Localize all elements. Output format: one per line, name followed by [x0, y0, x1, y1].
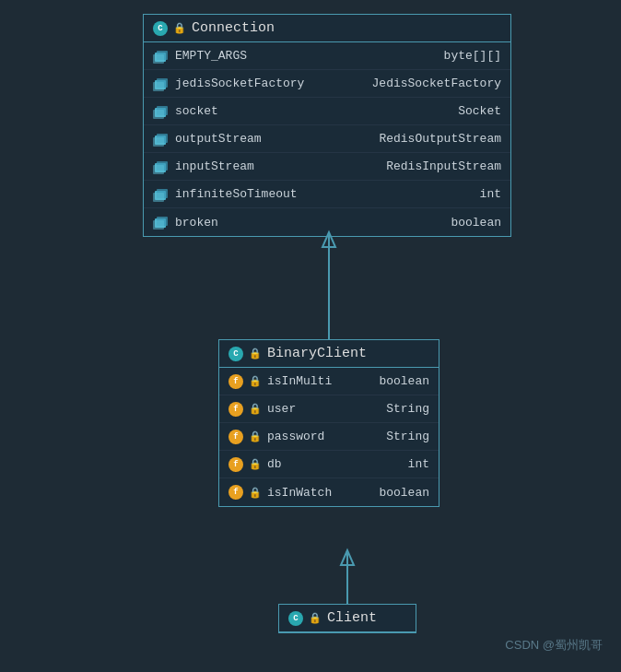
connection-lock-icon: 🔒 — [173, 22, 186, 35]
table-row: f 🔒 user String — [219, 395, 439, 423]
field-name: isInWatch — [267, 486, 373, 500]
client-class-box: C 🔒 Client — [278, 604, 416, 633]
svg-rect-8 — [153, 110, 164, 119]
field-name: EMPTY_ARGS — [175, 49, 439, 63]
field-name: broken — [175, 216, 445, 230]
field-name: socket — [175, 104, 452, 118]
table-row: f 🔒 password String — [219, 423, 439, 451]
field-icon — [153, 132, 170, 147]
field-name: infiniteSoTimeout — [175, 187, 475, 201]
client-header: C 🔒 Client — [279, 605, 416, 632]
f-icon: f — [228, 485, 243, 500]
private-lock-icon: 🔒 — [249, 430, 262, 443]
table-row: inputStream RedisInputStream — [144, 153, 510, 181]
binaryclient-header: C 🔒 BinaryClient — [219, 340, 439, 368]
connection-class-box: C 🔒 Connection EMPTY_ARGS byte[][] — [143, 14, 511, 237]
field-name: password — [267, 430, 381, 443]
binaryclient-class-name: BinaryClient — [267, 346, 367, 361]
connection-header: C 🔒 Connection — [144, 15, 510, 42]
field-name: outputStream — [175, 132, 373, 146]
client-lock-icon: 🔒 — [309, 612, 322, 625]
svg-rect-5 — [153, 82, 164, 91]
field-type: String — [386, 430, 429, 443]
field-type: JedisSocketFactory — [372, 77, 501, 90]
client-class-icon: C — [288, 611, 303, 626]
f-icon: f — [228, 402, 243, 417]
table-row: jedisSocketFactory JedisSocketFactory — [144, 70, 510, 98]
connection-class-name: Connection — [192, 20, 275, 36]
field-icon — [153, 159, 170, 174]
field-type: byte[][] — [444, 49, 501, 63]
private-lock-icon: 🔒 — [249, 458, 262, 471]
table-row: EMPTY_ARGS byte[][] — [144, 42, 510, 70]
field-icon — [153, 187, 170, 202]
field-name: user — [267, 402, 381, 416]
table-row: outputStream RedisOutputStream — [144, 125, 510, 153]
field-type: RedisInputStream — [386, 159, 501, 173]
binaryclient-class-box: C 🔒 BinaryClient f 🔒 isInMulti boolean f… — [218, 339, 439, 507]
connection-class-icon: C — [153, 21, 168, 36]
field-type: int — [480, 187, 501, 201]
svg-rect-14 — [153, 165, 164, 174]
svg-rect-11 — [153, 137, 164, 147]
field-type: String — [386, 402, 429, 416]
field-name: isInMulti — [267, 374, 373, 388]
table-row: broken boolean — [144, 208, 510, 236]
field-name: inputStream — [175, 159, 381, 173]
client-class-name: Client — [327, 610, 377, 626]
diagram-container: C 🔒 Connection EMPTY_ARGS byte[][] — [0, 0, 621, 672]
private-lock-icon: 🔒 — [249, 375, 262, 388]
field-icon — [153, 49, 170, 64]
f-icon: f — [228, 374, 243, 389]
field-name: jedisSocketFactory — [175, 77, 367, 90]
f-icon: f — [228, 430, 243, 444]
field-icon — [153, 77, 170, 91]
table-row: f 🔒 db int — [219, 451, 439, 478]
table-row: f 🔒 isInWatch boolean — [219, 478, 439, 506]
table-row: f 🔒 isInMulti boolean — [219, 368, 439, 395]
field-type: boolean — [379, 486, 429, 500]
private-lock-icon: 🔒 — [249, 403, 262, 416]
field-name: db — [267, 457, 403, 471]
binaryclient-lock-icon: 🔒 — [249, 348, 262, 360]
binaryclient-class-icon: C — [228, 347, 243, 361]
svg-rect-17 — [153, 193, 164, 202]
watermark: CSDN @蜀州凯哥 — [505, 637, 603, 654]
svg-rect-20 — [153, 220, 164, 230]
table-row: infiniteSoTimeout int — [144, 181, 510, 208]
field-type: Socket — [458, 104, 501, 118]
f-icon: f — [228, 457, 243, 472]
svg-marker-24 — [341, 550, 354, 565]
svg-rect-2 — [153, 54, 164, 64]
field-type: RedisOutputStream — [379, 132, 501, 146]
field-type: int — [408, 457, 429, 471]
table-row: socket Socket — [144, 98, 510, 125]
private-lock-icon: 🔒 — [249, 486, 262, 499]
field-icon — [153, 104, 170, 119]
field-icon — [153, 215, 170, 230]
field-type: boolean — [451, 216, 501, 230]
field-type: boolean — [379, 374, 429, 388]
